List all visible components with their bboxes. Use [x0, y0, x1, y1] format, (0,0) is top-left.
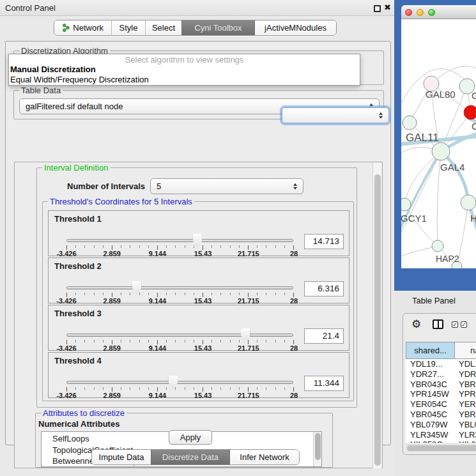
minimize-traffic-light[interactable]	[417, 9, 424, 16]
close-panel-icon[interactable]: ✖	[384, 3, 391, 12]
tab-cyni-toolbox[interactable]: Cyni Toolbox	[181, 20, 254, 35]
cell-shared-name[interactable]: YDR27...	[406, 369, 455, 380]
cell-shared-name[interactable]: YDL19...	[406, 359, 455, 369]
checkbox-icon[interactable]: ✓	[461, 321, 467, 328]
settings-vertical-scrollbar[interactable]	[372, 163, 381, 468]
table-row[interactable]: YER054CYER0	[406, 399, 476, 410]
attributes-group-title: Attributes to discretize	[41, 408, 127, 418]
table-row[interactable]: YPR145WYPR1	[406, 389, 476, 399]
tab-network[interactable]: Network	[54, 20, 111, 35]
slider-tick-labels: -3.4262.8599.14415.4321.71528	[66, 297, 294, 304]
threshold-2-slider[interactable]: -3.4262.8599.14415.4321.71528	[66, 281, 293, 304]
tab-style-label: Style	[119, 23, 138, 33]
table-row[interactable]: YBR045CYBR0	[406, 410, 476, 420]
right-column: GAL80 GA GAL11 C GAL4 GCY1 H HAP2 Table …	[394, 0, 476, 476]
table-horizontal-scrollbar[interactable]	[406, 444, 476, 452]
cell-name[interactable]: YLR3	[455, 430, 476, 440]
number-of-intervals-combobox[interactable]: 5	[150, 178, 303, 194]
float-panel-icon[interactable]	[374, 5, 381, 12]
table-row[interactable]: YDL19...YDL1	[406, 359, 476, 369]
threshold-1-value-field[interactable]: 14.713	[304, 234, 344, 249]
close-traffic-light[interactable]	[405, 9, 412, 16]
cell-name[interactable]: YBR0	[455, 410, 476, 420]
tab-discretize-data[interactable]: Discretize Data	[151, 450, 229, 464]
cell-shared-name[interactable]: YBR043C	[406, 380, 455, 390]
node-label-h: H	[470, 213, 476, 224]
number-of-intervals-label: Number of Intervals	[67, 181, 145, 191]
cell-name[interactable]: YDR2	[455, 369, 476, 380]
algorithm-placeholder-option[interactable]: Select algorithm to view settings	[9, 55, 360, 65]
node-gal11[interactable]	[403, 116, 417, 130]
slider-tick-label: 2.859	[103, 344, 121, 352]
cell-shared-name[interactable]: YPR145W	[406, 389, 455, 399]
table-row[interactable]: YBL079WYBL0	[406, 420, 476, 430]
cell-shared-name[interactable]: YBL079W	[406, 420, 455, 430]
slider-tick-label: -3.426	[56, 392, 76, 399]
slider-major-ticks	[66, 293, 294, 297]
threshold-2-panel: Threshold 2 -3.4262.8599.14415.4321.7152…	[48, 257, 349, 303]
gear-icon[interactable]: ⚙	[411, 318, 421, 331]
algorithm-option-equal-width[interactable]: Equal Width/Frequency Discretization	[9, 75, 360, 85]
cell-name[interactable]: YIL0	[455, 440, 476, 443]
threshold-3-panel: Threshold 3 -3.4262.8599.14415.4321.7152…	[48, 305, 349, 351]
cell-shared-name[interactable]: YLR345W	[406, 430, 455, 440]
slider-track[interactable]	[66, 286, 293, 289]
interval-definition-title: Interval Definition	[42, 163, 110, 173]
node-hap2[interactable]	[432, 240, 443, 252]
zoom-traffic-light[interactable]	[428, 9, 435, 16]
slider-tick-label: 21.715	[238, 344, 259, 352]
table-row[interactable]: YBR043CYBR0	[406, 380, 476, 390]
table-scrollbar-thumb[interactable]	[407, 445, 476, 451]
network-nodes[interactable]	[401, 79, 476, 268]
table-row[interactable]: YIL052CYIL0	[406, 440, 476, 443]
node-gal4[interactable]	[432, 142, 450, 160]
node-red-selected[interactable]	[464, 105, 476, 119]
settings-scrollbar-thumb[interactable]	[374, 174, 381, 466]
network-window-titlebar[interactable]	[401, 5, 476, 19]
cell-shared-name[interactable]: YBR045C	[406, 410, 455, 420]
threshold-1-slider[interactable]: -3.4262.8599.14415.4321.71528	[66, 234, 293, 257]
threshold-4-slider[interactable]: -3.4262.8599.14415.4321.71528	[66, 376, 293, 399]
table-body[interactable]: YDL19...YDL1YDR27...YDR2YBR043CYBR0YPR14…	[406, 359, 476, 443]
slider-tick-label: 2.859	[103, 392, 121, 399]
network-canvas[interactable]: GAL80 GA GAL11 C GAL4 GCY1 H HAP2	[401, 19, 476, 268]
slider-track[interactable]	[66, 334, 293, 337]
slider-tick-label: 9.144	[149, 297, 167, 305]
tab-style[interactable]: Style	[111, 20, 145, 35]
threshold-4-value-field[interactable]: 11.344	[304, 376, 344, 391]
threshold-3-slider[interactable]: -3.4262.8599.14415.4321.71528	[66, 328, 293, 351]
cell-shared-name[interactable]: YIL052C	[406, 440, 455, 443]
slider-tick-label: 9.144	[149, 392, 167, 399]
algorithm-combobox[interactable]	[282, 107, 389, 123]
column-header-shared-name[interactable]: shared...	[406, 342, 455, 359]
table-row[interactable]: YDR27...YDR2	[406, 369, 476, 380]
tab-infer-network[interactable]: Infer Network	[229, 450, 299, 464]
cell-name[interactable]: YBR0	[455, 380, 476, 390]
thresholds-group-title: Threshold's Coordinates for 5 Intervals	[48, 197, 194, 206]
cell-name[interactable]: YPR1	[455, 389, 476, 399]
attributes-scrollbar[interactable]	[313, 432, 321, 466]
threshold-2-value-field[interactable]: 6.316	[304, 281, 344, 296]
cell-name[interactable]: YBL0	[455, 420, 476, 430]
slider-track[interactable]	[66, 239, 293, 242]
tab-impute-data[interactable]: Impute Data	[92, 450, 151, 464]
attributes-scrollbar-thumb[interactable]	[315, 433, 321, 460]
table-panel: ⚙ ✓ ✓ shared... na YDL19...YDL1YDR27...Y…	[403, 313, 476, 455]
column-header-name[interactable]: na	[455, 342, 476, 359]
tab-select[interactable]: Select	[145, 20, 181, 35]
cell-shared-name[interactable]: YER054C	[406, 399, 455, 410]
node-gcy1[interactable]	[401, 198, 411, 211]
apply-button[interactable]: Apply	[169, 430, 212, 445]
algorithm-option-manual[interactable]: Manual Discretization	[9, 65, 360, 75]
checkbox-icon[interactable]: ✓	[452, 321, 458, 328]
cell-name[interactable]: YER0	[455, 399, 476, 410]
number-of-intervals-value: 5	[157, 181, 161, 191]
numerical-attributes-label: Numerical Attributes	[38, 419, 119, 429]
split-columns-icon[interactable]	[433, 319, 443, 329]
cell-name[interactable]: YDL1	[455, 359, 476, 369]
slider-track[interactable]	[66, 381, 293, 384]
table-row[interactable]: YLR345WYLR3	[406, 430, 476, 440]
tab-jactivemnodules[interactable]: jActiveMNodules	[254, 20, 336, 35]
threshold-3-value-field[interactable]: 21.4	[304, 328, 344, 344]
node[interactable]	[461, 195, 476, 210]
